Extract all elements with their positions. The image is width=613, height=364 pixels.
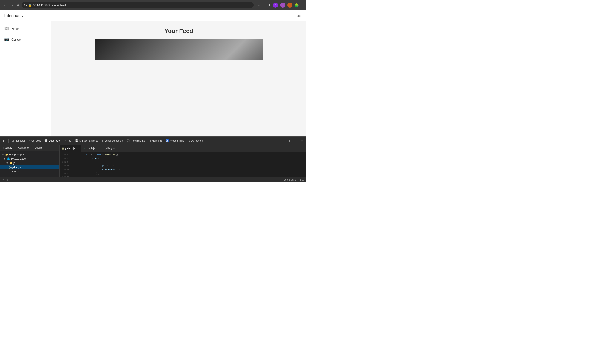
tree-domain[interactable]: ▼ 🌐 10.10.11.220 <box>0 157 59 161</box>
tree-thread[interactable]: ▼ 📁 Hilo principal <box>0 153 59 157</box>
refresh-button[interactable]: ● <box>16 2 20 8</box>
devtools-expand-button[interactable]: ◻ <box>286 138 292 143</box>
tab-inspector-label: Inspector <box>15 139 25 142</box>
depurador-icon: ⚪ <box>44 139 48 142</box>
extension-badge[interactable]: 6 <box>273 2 278 8</box>
editor-tab-icon-1: {} <box>62 147 64 150</box>
tab-accesibilidad[interactable]: ♿ Accesibilidad <box>164 138 186 143</box>
code-line: routes: [ <box>71 156 306 160</box>
back-button[interactable]: ← <box>2 2 8 8</box>
tab-red[interactable]: ↕ Red <box>63 138 73 143</box>
line-numbers: 2105221053210542105521056210572105821059… <box>60 152 71 177</box>
editor-tab-label-3: gallery.js <box>105 147 114 150</box>
shield-check-icon[interactable]: 🛡 <box>262 3 266 7</box>
devtools-body: Fuentes Contorno Buscar ▼ 📁 Hilo princip… <box>0 145 306 177</box>
tab-inspector[interactable]: ☐ Inspector <box>10 138 27 143</box>
src-tab-fuentes[interactable]: Fuentes <box>0 145 15 151</box>
sidebar-item-gallery-label: Gallery <box>12 38 22 41</box>
download-icon[interactable]: ⬇ <box>268 3 271 7</box>
tab-rendimiento-label: Rendimiento <box>131 139 145 142</box>
toolbar-separator-1 <box>8 139 9 143</box>
feed-title: Your Feed <box>51 21 306 39</box>
status-position: (1, 1) <box>299 178 304 181</box>
tab-editor-estilos[interactable]: {} Editor de estilos <box>100 138 124 143</box>
tab-memoria[interactable]: ◻ Memoria <box>147 138 163 143</box>
tab-depurador[interactable]: ⚪ Depurador <box>43 138 62 143</box>
bottom-icons: ✎ {} <box>2 178 8 181</box>
tab-aplicacion-label: Aplicación <box>191 139 203 142</box>
bookmark-icon[interactable]: ☆ <box>257 3 260 7</box>
tab-aplicacion[interactable]: ⊠ Aplicación <box>187 138 205 143</box>
editor-tab-close-1[interactable]: × <box>76 147 78 150</box>
tab-consola[interactable]: » Consola <box>27 138 42 143</box>
globe-icon: 🌐 <box>7 157 10 160</box>
tree-mdb-js[interactable]: ▲ mdb.js <box>0 169 59 174</box>
editor-tab-gallery-js-inactive[interactable]: ▲ gallery.js <box>98 145 117 152</box>
editor-tab-gallery-js-active[interactable]: {} gallery.js × <box>60 145 81 152</box>
shield-icon: 🛡 <box>24 4 27 7</box>
devtools-close-button[interactable]: ✕ <box>299 138 305 143</box>
editor-icon: {} <box>102 139 104 142</box>
almacenamiento-icon: 💾 <box>75 139 78 142</box>
url-text: 10.10.11.220/gallery#/feed <box>33 4 66 7</box>
browser-actions: ☆ 🛡 ⬇ 6 🧩 ☰ <box>257 2 304 8</box>
src-tab-contorno[interactable]: Contorno <box>15 145 31 151</box>
code-line: }, <box>71 172 306 175</box>
browser-chrome: ← → ● 🛡 🔒 10.10.11.220/gallery#/feed ☆ 🛡… <box>0 0 306 10</box>
devtools-pick-button[interactable]: ▶ <box>2 138 7 143</box>
sources-panel: Fuentes Contorno Buscar ▼ 📁 Hilo princip… <box>0 145 60 177</box>
code-area[interactable]: 2105221053210542105521056210572105821059… <box>60 152 306 177</box>
avatar-2[interactable] <box>287 2 292 8</box>
tree-js-label: js <box>14 162 15 165</box>
line-number: 21056 <box>62 168 70 172</box>
url-bar[interactable]: 🛡 🔒 10.10.11.220/gallery#/feed <box>22 2 254 8</box>
inspector-icon: ☐ <box>12 139 14 142</box>
tree-arrow-icon: ▼ <box>2 153 4 156</box>
code-lines: var l = new VueRouter({ routes: [ { path… <box>71 152 306 177</box>
vue-file-icon: ▲ <box>9 170 11 173</box>
line-number: 21055 <box>62 164 70 168</box>
tab-rendimiento[interactable]: 🎧 Rendimiento <box>125 138 147 143</box>
file-tree: ▼ 📁 Hilo principal ▼ 🌐 10.10.11.220 ▼ 📁 … <box>0 151 59 177</box>
devtools-more-button[interactable]: ⋯ <box>292 138 299 143</box>
tab-consola-label: Consola <box>31 139 41 142</box>
extensions-icon[interactable]: 🧩 <box>295 3 299 7</box>
tree-arrow-js-icon: ▼ <box>6 162 9 165</box>
app-user: asdf <box>297 14 302 17</box>
tree-gallery-js[interactable]: {} gallery.js <box>0 165 59 169</box>
consola-icon: » <box>29 139 30 142</box>
avatar-1[interactable] <box>280 2 285 8</box>
tree-arrow-domain-icon: ▼ <box>3 157 6 160</box>
editor-tab-mdb-js[interactable]: ▲ mdb.js <box>81 145 98 152</box>
line-number: 21058 <box>62 175 70 177</box>
vue-tab-icon-2: ▲ <box>100 147 103 150</box>
src-tab-buscar[interactable]: Buscar <box>32 145 46 151</box>
sidebar: 📰 News 📷 Gallery <box>0 21 51 136</box>
line-number: 21052 <box>62 153 70 156</box>
edit-source-icon[interactable]: ✎ <box>2 178 4 181</box>
feed-image <box>95 39 263 60</box>
devtools-close-area: ◻ ⋯ ✕ <box>286 138 305 143</box>
tab-almacenamiento-label: Almacenamiento <box>79 139 98 142</box>
sidebar-item-news[interactable]: 📰 News <box>0 23 51 34</box>
editor-tabs: {} gallery.js × ▲ mdb.js ▲ gallery.js <box>60 145 306 152</box>
vue-tab-icon-1: ▲ <box>83 147 86 150</box>
gallery-icon: 📷 <box>4 37 9 42</box>
gallery-js-icon: {} <box>9 166 11 169</box>
folder-icon: 📁 <box>5 153 8 156</box>
pick-icon: ▶ <box>3 139 5 142</box>
bottom-status: De gallery.js (1, 1) <box>284 178 304 181</box>
pretty-print-icon[interactable]: {} <box>6 178 8 181</box>
line-number: 21057 <box>62 172 70 175</box>
tree-mdb-js-label: mdb.js <box>12 170 20 173</box>
tree-js-folder[interactable]: ▼ 📁 js <box>0 161 59 165</box>
code-line: var l = new VueRouter({ <box>71 153 306 156</box>
tab-almacenamiento[interactable]: 💾 Almacenamiento <box>73 138 100 143</box>
menu-icon[interactable]: ☰ <box>301 3 304 7</box>
sidebar-item-gallery[interactable]: 📷 Gallery <box>0 34 51 45</box>
aplicacion-icon: ⊠ <box>188 139 191 142</box>
sources-tabs: Fuentes Contorno Buscar <box>0 145 59 151</box>
red-icon: ↕ <box>65 139 66 142</box>
forward-button[interactable]: → <box>9 2 14 8</box>
devtools-bottom-bar: ✎ {} De gallery.js (1, 1) <box>0 177 306 182</box>
